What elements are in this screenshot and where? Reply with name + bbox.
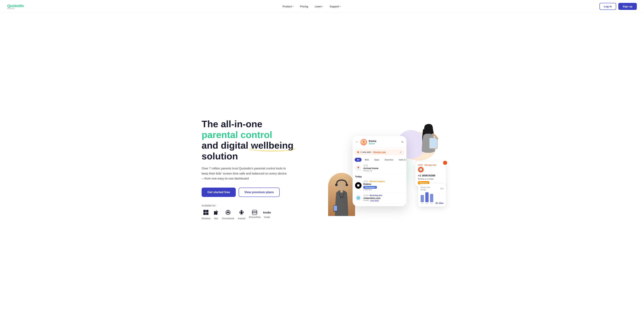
- svg-rect-1: [206, 210, 208, 212]
- nav-pricing[interactable]: Pricing: [298, 4, 311, 9]
- phone-card: ← Emma Active: [352, 136, 406, 206]
- float-card-time: 14:50 – Message alert: [418, 164, 444, 166]
- today-label: Today: [352, 174, 406, 178]
- svg-rect-14: [334, 206, 337, 211]
- profile-status: Active: [369, 142, 376, 145]
- filter-tab-calls[interactable]: Calls & S: [397, 158, 406, 162]
- get-started-button[interactable]: Get started free: [202, 188, 236, 197]
- location-icon: 📍: [355, 165, 362, 172]
- nav-support[interactable]: Support ▾: [327, 4, 343, 9]
- roblox-name: Roblox: [363, 183, 404, 186]
- alert-badge-icon: !: [443, 161, 447, 165]
- windows-label: Windows: [202, 217, 210, 220]
- svg-point-11: [346, 184, 348, 186]
- float-phone-number: +1 305676389: [418, 174, 444, 177]
- chromebook-label: Chromebook: [222, 217, 234, 220]
- svg-point-10: [335, 184, 338, 186]
- wellbeing-underline: wellbeing: [251, 140, 294, 151]
- review-now-link[interactable]: Review now: [374, 151, 386, 154]
- filter-tabs: All Web Apps Searches Calls & S: [352, 157, 406, 163]
- svg-rect-3: [206, 212, 208, 215]
- platform-icons: Windows Mac: [202, 210, 295, 220]
- woman-figure: [417, 122, 440, 158]
- chat-visits: 8 visits · view detail: [363, 200, 404, 202]
- kindle-icon: kindle: [264, 210, 270, 215]
- signup-button[interactable]: Sign up: [618, 3, 637, 10]
- chevron-down-icon: ▾: [292, 6, 294, 7]
- videogames-tag: Videogames: [363, 186, 377, 189]
- activity-time: 14:30: [363, 164, 404, 166]
- girl-figure: [328, 173, 355, 216]
- filter-tab-all[interactable]: All: [355, 158, 362, 162]
- logo[interactable]: Qustodio by Qoria: [7, 4, 24, 9]
- activity-item-location: 📍 14:30 Arrived home iPhone 12: [352, 163, 406, 174]
- login-button[interactable]: Log in: [600, 3, 616, 10]
- hero-left: The all-in-one parental control and digi…: [202, 119, 295, 220]
- iphone-label: iPhone/iPad: [249, 216, 260, 218]
- roblox-attempts: 2 attempts: [363, 189, 404, 191]
- navbar: Qustodio by Qoria Product ▾ Pricing Lear…: [0, 0, 644, 13]
- svg-rect-21: [357, 184, 360, 186]
- platform-ios: iOS iPhone/iPad: [249, 210, 260, 218]
- roblox-icon: [355, 182, 362, 189]
- ios-icon: iOS: [252, 210, 257, 215]
- bar-sun: Su: [430, 194, 433, 204]
- alert-close-button[interactable]: ✕: [400, 151, 402, 154]
- back-button[interactable]: ←: [356, 140, 359, 144]
- filter-tab-apps[interactable]: Apps: [372, 158, 382, 162]
- alert-dot-icon: [357, 151, 359, 153]
- svg-point-19: [362, 140, 365, 143]
- available-for-label: Available for:: [202, 204, 295, 207]
- alert-text: 1 new alert – Review now: [360, 151, 400, 154]
- activity-item-roblox: 14:02 – Blocked category Roblox Videogam…: [352, 178, 406, 192]
- chevron-down-icon: ▾: [340, 6, 341, 7]
- message-alert-card: ! 14:50 – Message alert 💬 +1 305676389 E…: [416, 162, 446, 186]
- bar-sat: Sa: [425, 192, 428, 204]
- apple-icon: [214, 210, 218, 216]
- view-plans-button[interactable]: View premium plans: [238, 188, 280, 197]
- platform-chromebook: Chromebook: [222, 210, 234, 220]
- roblox-time: 14:02 – Blocked category: [363, 180, 404, 182]
- nav-links: Product ▾ Pricing Learn ▾ Support ▾: [280, 4, 343, 9]
- screen-time-title: Screen timeby day: [421, 186, 430, 191]
- chromebook-icon: [226, 210, 230, 216]
- avg-label: Avg: [440, 188, 444, 190]
- hero-description: Over 7 million parents trust Qustodio's …: [202, 166, 288, 181]
- message-icon: 💬: [418, 167, 424, 172]
- hero-headline: The all-in-one parental control and digi…: [202, 119, 295, 162]
- edit-icon[interactable]: ✎: [401, 140, 404, 144]
- float-message-text: Emma ur a loser: [418, 178, 444, 180]
- filter-tab-searches[interactable]: Searches: [382, 158, 396, 162]
- platform-mac: Mac: [214, 210, 218, 220]
- windows-icon: [204, 210, 208, 216]
- screen-time-value: 2h 10m: [436, 202, 444, 204]
- screen-time-card: Screen timeby day Avg Fr Sa Su 2h 10m: [418, 184, 446, 207]
- svg-rect-2: [204, 212, 206, 215]
- hero-right: ← Emma Active: [322, 122, 442, 216]
- platform-kindle: kindle Kindle: [264, 210, 270, 218]
- mac-label: Mac: [214, 217, 218, 220]
- platform-android: Android: [238, 210, 245, 220]
- nav-product[interactable]: Product ▾: [280, 4, 296, 9]
- nav-actions: Log in Sign up: [600, 3, 637, 10]
- phone-header: ← Emma Active: [352, 136, 406, 148]
- chat-time: 10:00 – Browsing alert: [363, 194, 404, 196]
- activity-name: Arrived home: [363, 167, 404, 170]
- chevron-down-icon: ▾: [322, 6, 323, 7]
- profile-avatar: [360, 139, 367, 145]
- alert-bar: 1 new alert – Review now ✕: [355, 149, 404, 155]
- android-label: Android: [238, 217, 245, 220]
- logo-sub: by Qoria: [7, 8, 15, 9]
- svg-point-5: [227, 212, 229, 213]
- svg-rect-12: [340, 190, 343, 192]
- profile-name: Emma: [369, 140, 376, 142]
- android-icon: [239, 210, 244, 216]
- nav-learn[interactable]: Learn ▾: [312, 4, 326, 9]
- bar-fri: Fr: [421, 195, 424, 204]
- hero-ctas: Get started free View premium plans: [202, 188, 295, 197]
- filter-tab-web[interactable]: Web: [362, 158, 371, 162]
- svg-rect-0: [204, 210, 206, 212]
- globe-icon: 🌐: [355, 194, 362, 201]
- view-detail-link[interactable]: view detail: [370, 200, 379, 202]
- activity-device: iPhone 12: [363, 170, 404, 172]
